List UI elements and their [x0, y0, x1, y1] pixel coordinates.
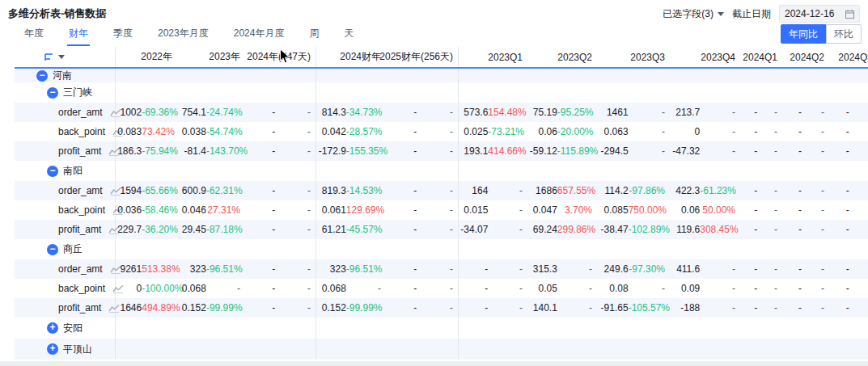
column-header-q2_2024[interactable]: 2024Q2 [782, 47, 829, 67]
column-header-q2_2023[interactable]: 2023Q2 [527, 47, 597, 67]
cell-q1_2023: 573.6154.48% [459, 103, 527, 122]
cell-q1_2024 [740, 339, 782, 360]
growth: -87.18% [206, 224, 240, 235]
value: - [782, 126, 802, 137]
collapse-icon[interactable]: − [47, 244, 58, 255]
metric-label: order_amt [58, 263, 103, 275]
chevron-down-icon [718, 12, 724, 16]
cell-y2022: 229.7-36.20% [116, 220, 177, 239]
tab-周[interactable]: 周 [307, 23, 320, 46]
tab-财年[interactable]: 财年 [67, 23, 90, 46]
column-header-fy2025[interactable]: 2025财年(256天) [386, 47, 459, 67]
value: 819.3 [316, 185, 346, 196]
growth: - [417, 126, 453, 137]
cell-q3_2023: 1461- [597, 103, 670, 122]
group-label[interactable]: 三门峡 [63, 86, 92, 99]
cell-q4_2023: 0.09- [670, 279, 740, 298]
cell-y2023 [177, 339, 245, 360]
cell-y2023: 0.152-99.99% [177, 298, 245, 318]
cell-y2022 [116, 69, 177, 82]
tab-2024年月度[interactable]: 2024年月度 [232, 23, 286, 46]
value: 229.7 [116, 224, 142, 235]
growth: - [488, 283, 523, 294]
yoy-button[interactable]: 年同比 [781, 24, 826, 44]
chevron-down-icon[interactable] [58, 55, 65, 59]
cell-y2024 [245, 318, 316, 339]
cell-q1_2024: -- [740, 181, 782, 200]
column-header-q1_2024[interactable]: 2024Q1 [740, 47, 782, 67]
cell-q1_2024: -- [740, 259, 782, 279]
hierarchy-icon[interactable] [44, 53, 54, 62]
deadline-date-input[interactable]: 2024-12-16 [779, 5, 860, 23]
column-header-y2022[interactable]: 2022年 [116, 47, 177, 67]
growth: - [849, 302, 868, 313]
value: 600.9 [177, 185, 206, 196]
cell-q1_2023: 0.025-73.21% [459, 122, 527, 141]
group-label[interactable]: 河南 [53, 69, 72, 82]
value: - [386, 224, 417, 235]
collapse-icon[interactable]: − [47, 166, 58, 177]
group-row-商丘: −商丘 [15, 239, 868, 259]
growth: - [700, 263, 735, 275]
cell-q2_2023 [527, 239, 597, 259]
tab-年度[interactable]: 年度 [23, 23, 45, 46]
growth: -97.86% [629, 185, 665, 196]
growth: -45.57% [346, 224, 381, 235]
growth: -36.20% [142, 224, 172, 235]
cell-fy2025 [386, 339, 459, 360]
expand-icon[interactable]: + [47, 322, 58, 334]
selected-fields-dropdown[interactable]: 已选字段(3) [663, 7, 724, 21]
growth: - [700, 126, 735, 137]
cell-fy2025: -- [386, 279, 459, 298]
tab-季度[interactable]: 季度 [112, 23, 134, 46]
value: - [740, 126, 757, 137]
growth: 129.69% [346, 204, 381, 216]
collapse-icon[interactable]: − [47, 87, 58, 99]
value: 61.21 [316, 224, 346, 235]
group-label[interactable]: 平顶山 [63, 343, 92, 356]
value: - [245, 185, 275, 196]
cell-y2022: 9261513.38% [116, 259, 177, 279]
metric-label: profit_amt [58, 145, 101, 157]
value: -59.12 [527, 145, 557, 157]
growth: - [488, 204, 523, 216]
cell-q1_2023 [459, 318, 527, 339]
value: 0.061 [316, 204, 346, 216]
growth: - [275, 263, 311, 275]
mom-button[interactable]: 环比 [826, 24, 862, 44]
group-label[interactable]: 安阳 [63, 322, 83, 335]
cell-q2_2024 [782, 161, 829, 181]
metric-row-back_point: back_point0-100.00%0.068---0.068-----0.0… [15, 279, 868, 298]
column-header-y2023[interactable]: 2023年 [177, 47, 245, 67]
column-header-q3_2024[interactable]: 2024Q3 [829, 47, 868, 67]
growth: -28.57% [346, 126, 381, 137]
column-header-q1_2023[interactable]: 2023Q1 [459, 47, 527, 67]
column-header-fy2024[interactable]: 2024财年 [316, 47, 386, 67]
growth: -54.74% [206, 126, 240, 137]
cell-q2_2023 [527, 339, 597, 360]
cell-q3_2024: -- [829, 200, 868, 220]
group-label[interactable]: 商丘 [63, 242, 83, 256]
tab-2023年月度[interactable]: 2023年月度 [156, 23, 210, 46]
value: - [245, 263, 275, 275]
cell-y2024: -- [245, 259, 316, 279]
group-label[interactable]: 南阳 [63, 164, 83, 178]
collapse-icon[interactable]: − [36, 70, 48, 82]
cell-y2022 [116, 339, 177, 360]
value: 0.06 [527, 126, 557, 137]
tab-天[interactable]: 天 [342, 23, 355, 46]
value: - [386, 126, 417, 137]
column-header-q3_2023[interactable]: 2023Q3 [597, 47, 670, 67]
cell-fy2025: -- [386, 122, 459, 141]
column-header-q4_2023[interactable]: 2023Q4 [670, 47, 740, 67]
cell-fy2024 [316, 318, 386, 339]
growth: - [557, 263, 592, 275]
expand-icon[interactable]: + [47, 343, 58, 355]
horizontal-scrollbar[interactable] [0, 361, 868, 366]
cell-q1_2024: -- [740, 103, 782, 122]
cell-q3_2023: -38.47-102.89% [597, 220, 670, 239]
value: - [245, 107, 275, 118]
growth: 308.45% [700, 224, 735, 235]
column-header-y2024[interactable]: 2024年(347天) [245, 47, 316, 67]
cell-q3_2024 [829, 339, 868, 360]
